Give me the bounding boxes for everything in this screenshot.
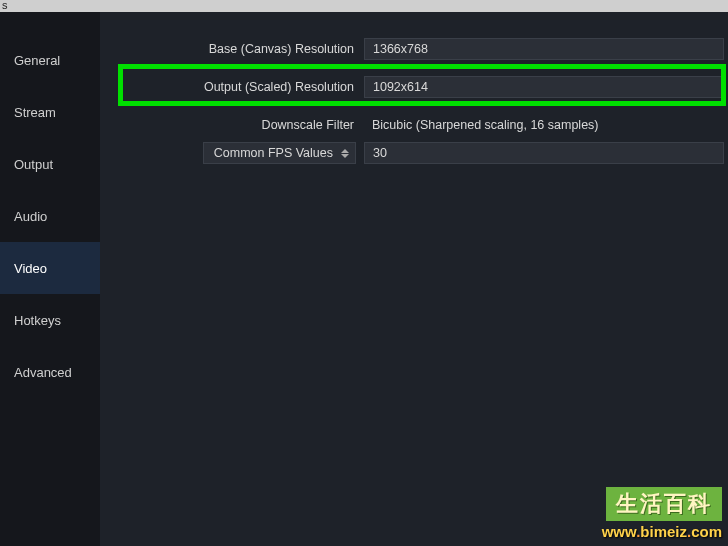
sidebar-item-advanced[interactable]: Advanced <box>0 346 100 398</box>
base-resolution-value: 1366x768 <box>373 42 428 56</box>
sidebar-item-label: Advanced <box>14 365 72 380</box>
watermark-url: www.bimeiz.com <box>602 523 722 540</box>
output-resolution-dropdown[interactable]: 1092x614 <box>364 76 724 98</box>
fps-type-label: Common FPS Values <box>214 146 333 160</box>
sidebar-item-output[interactable]: Output <box>0 138 100 190</box>
sidebar-item-label: Output <box>14 157 53 172</box>
settings-panel-video: Base (Canvas) Resolution 1366x768 Output… <box>100 12 728 546</box>
sidebar-item-label: General <box>14 53 60 68</box>
sidebar-item-general[interactable]: General <box>0 34 100 86</box>
sidebar-item-label: Audio <box>14 209 47 224</box>
downscale-filter-row: Downscale Filter Bicubic (Sharpened scal… <box>100 112 728 138</box>
spinner-icon <box>341 149 349 158</box>
chevron-down-icon <box>341 154 349 158</box>
fps-value-dropdown[interactable]: 30 <box>364 142 724 164</box>
settings-sidebar: General Stream Output Audio Video Hotkey… <box>0 12 100 546</box>
fps-type-dropdown[interactable]: Common FPS Values <box>203 142 356 164</box>
output-resolution-label: Output (Scaled) Resolution <box>100 80 364 94</box>
watermark-title: 生活百科 <box>606 487 722 521</box>
base-resolution-dropdown[interactable]: 1366x768 <box>364 38 724 60</box>
watermark: 生活百科 www.bimeiz.com <box>602 487 722 540</box>
output-resolution-value: 1092x614 <box>373 80 428 94</box>
sidebar-item-audio[interactable]: Audio <box>0 190 100 242</box>
fps-selector-wrap: Common FPS Values <box>100 142 364 164</box>
fps-value: 30 <box>373 146 387 160</box>
sidebar-item-hotkeys[interactable]: Hotkeys <box>0 294 100 346</box>
window-titlebar: s <box>0 0 728 12</box>
downscale-filter-label: Downscale Filter <box>100 118 364 132</box>
sidebar-item-label: Hotkeys <box>14 313 61 328</box>
base-resolution-row: Base (Canvas) Resolution 1366x768 <box>100 36 728 62</box>
downscale-filter-value: Bicubic (Sharpened scaling, 16 samples) <box>364 118 728 132</box>
chevron-up-icon <box>341 149 349 153</box>
app-frame: General Stream Output Audio Video Hotkey… <box>0 12 728 546</box>
base-resolution-label: Base (Canvas) Resolution <box>100 42 364 56</box>
window-title: s <box>2 0 8 11</box>
sidebar-item-label: Video <box>14 261 47 276</box>
sidebar-item-label: Stream <box>14 105 56 120</box>
sidebar-item-stream[interactable]: Stream <box>0 86 100 138</box>
fps-row: Common FPS Values 30 <box>100 140 728 166</box>
output-resolution-row: Output (Scaled) Resolution 1092x614 <box>100 74 728 100</box>
sidebar-item-video[interactable]: Video <box>0 242 100 294</box>
